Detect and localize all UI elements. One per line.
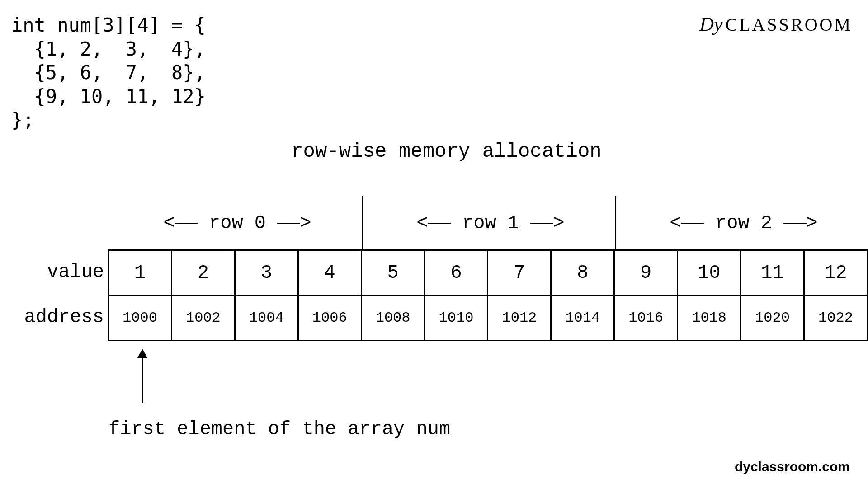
row-divider-2 (615, 196, 616, 249)
row-header-1: <—— row 1 ——> (364, 212, 617, 234)
address-row: 1000 1002 1004 1006 1008 1010 1012 1014 … (108, 296, 868, 341)
svg-marker-1 (137, 349, 147, 358)
brand-logo: DyCLASSROOM (699, 13, 852, 36)
value-cell: 5 (361, 250, 425, 296)
value-cell: 1 (108, 250, 172, 296)
address-cell: 1006 (298, 296, 361, 341)
row-divider-1 (362, 196, 363, 249)
value-cell: 12 (804, 250, 867, 296)
address-cell: 1002 (171, 296, 235, 341)
value-cell: 6 (425, 250, 488, 296)
diagram-title: row-wise memory allocation (291, 140, 602, 163)
address-cell: 1012 (488, 296, 551, 341)
address-cell: 1004 (235, 296, 298, 341)
row-header-2: <—— row 2 ——> (617, 212, 868, 234)
address-cell: 1020 (741, 296, 804, 341)
address-label: address (9, 295, 104, 340)
memory-table-wrap: value address 1 2 3 4 5 6 7 8 9 10 11 12… (9, 249, 868, 341)
logo-text: CLASSROOM (725, 14, 852, 35)
address-cell: 1016 (614, 296, 678, 341)
footer-credit: dyclassroom.com (735, 459, 850, 474)
address-cell: 1018 (678, 296, 741, 341)
row-labels: value address (9, 249, 104, 340)
address-cell: 1008 (361, 296, 425, 341)
memory-table: 1 2 3 4 5 6 7 8 9 10 11 12 1000 1002 100… (108, 249, 868, 341)
address-cell: 1010 (425, 296, 488, 341)
value-cell: 8 (551, 250, 614, 296)
value-cell: 4 (298, 250, 361, 296)
value-label: value (9, 249, 104, 295)
value-cell: 11 (741, 250, 804, 296)
row-header-0: <—— row 0 ——> (111, 212, 364, 234)
address-cell: 1000 (108, 296, 172, 341)
arrow-up-icon (136, 349, 149, 403)
first-element-caption: first element of the array num (108, 418, 450, 440)
value-cell: 7 (488, 250, 551, 296)
code-block: int num[3][4] = { {1, 2, 3, 4}, {5, 6, 7… (11, 14, 206, 132)
address-cell: 1022 (804, 296, 867, 341)
value-cell: 3 (235, 250, 298, 296)
row-headers: <—— row 0 ——> <—— row 1 ——> <—— row 2 ——… (111, 212, 868, 234)
logo-prefix: Dy (699, 13, 722, 35)
value-cell: 10 (678, 250, 741, 296)
value-cell: 9 (614, 250, 678, 296)
value-cell: 2 (171, 250, 235, 296)
address-cell: 1014 (551, 296, 614, 341)
value-row: 1 2 3 4 5 6 7 8 9 10 11 12 (108, 250, 868, 296)
